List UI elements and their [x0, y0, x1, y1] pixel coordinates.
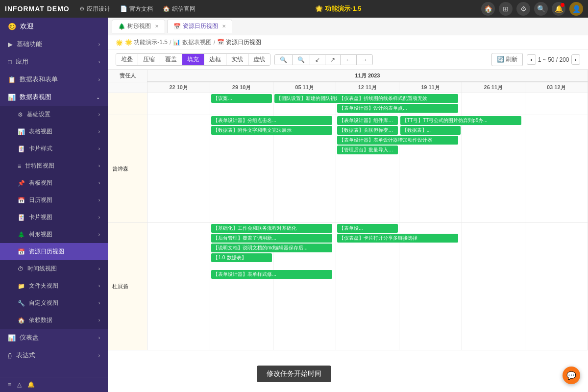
sidebar-item-kanban[interactable]: 📌 看板视图 ›: [0, 174, 108, 192]
sidebar-item-gantt[interactable]: ≡ 甘特图视图 ›: [0, 157, 108, 174]
col-date-5: 19 11月: [399, 82, 462, 93]
breadcrumb-home[interactable]: 🌟: [116, 39, 123, 46]
btn-stack[interactable]: 堆叠: [116, 54, 138, 65]
chevron-right-icon: ›: [98, 283, 100, 289]
btn-solid[interactable]: 实线: [226, 54, 248, 65]
btn-border[interactable]: 边框: [204, 54, 226, 65]
btn-cover[interactable]: 覆盖: [160, 54, 182, 65]
gantt-bar[interactable]: 【管理后台】批量导入新成品失败: [337, 146, 397, 154]
gantt-bar[interactable]: 【数据表】关联但你变数据库...: [337, 126, 397, 135]
gantt-bar[interactable]: 【数据表】...: [400, 126, 461, 135]
warning-icon[interactable]: △: [17, 381, 22, 388]
tab-resource-calendar[interactable]: 📅 资源日历视图 ✕: [167, 20, 232, 33]
cell-1-5[interactable]: [399, 93, 462, 115]
refresh-button[interactable]: 🔄 刷新: [491, 53, 523, 66]
card2-icon: 🃏: [18, 214, 25, 221]
notification-icon[interactable]: 🔔: [552, 2, 565, 16]
arrow-down-left[interactable]: ↙: [310, 55, 325, 65]
cell-3-6[interactable]: [462, 223, 525, 350]
col-date-4: 12 11月: [336, 82, 399, 93]
gantt-bar[interactable]: 【表单设计器】组件库所小提示...: [337, 116, 397, 125]
sidebar-item-card-view[interactable]: 🃏 卡片视图 ›: [0, 209, 108, 226]
btn-compress[interactable]: 压缩: [138, 54, 160, 65]
tab-close-resource[interactable]: ✕: [222, 24, 226, 29]
cell-2-2[interactable]: 【表单设计器】分组点击名... 【数据表】附件文字和电文完法展示: [210, 115, 273, 223]
cell-2-4[interactable]: 【表单设计器】组件库所小提示... 【数据表】关联但你变数据库... 【表单设计…: [336, 115, 399, 223]
zoom-in-btn[interactable]: 🔍: [275, 55, 293, 65]
cell-3-1[interactable]: [147, 223, 210, 350]
sidebar-item-timeline[interactable]: ⏱ 时间线视图 ›: [0, 260, 108, 277]
sidebar-item-tree-view[interactable]: 🌲 树形视图 ›: [0, 226, 108, 243]
gantt-bar[interactable]: 【议案...: [211, 94, 271, 103]
nav-official[interactable]: 🏠 织信官网: [163, 5, 196, 13]
zoom-out-btn[interactable]: 🔍: [293, 55, 310, 65]
col-date-2: 29 10月: [210, 82, 273, 93]
cell-1-3[interactable]: 【团队设置】新建的团队初始最上层部门没有默认id: [273, 93, 336, 115]
breadcrumb-item-1[interactable]: 🌟 功能演示-1.5: [125, 38, 168, 47]
cell-2-7[interactable]: [525, 115, 588, 223]
gantt-bar[interactable]: 【1.0-数据表】: [211, 253, 271, 262]
sidebar-item-calendar[interactable]: 📅 日历视图 ›: [0, 192, 108, 209]
arrow-left[interactable]: ←: [341, 55, 357, 65]
sidebar-item-deps[interactable]: 🏠 依赖数据 ›: [0, 312, 108, 329]
chevron-right-icon: ›: [98, 335, 100, 341]
grid-icon[interactable]: ⊞: [499, 2, 513, 16]
sidebar-item-card-style[interactable]: 🃏 卡片样式 ›: [0, 140, 108, 157]
float-button[interactable]: 💬: [563, 367, 580, 384]
arrow-right[interactable]: →: [357, 55, 372, 65]
sidebar-item-table-view[interactable]: 📊 表格视图 ›: [0, 123, 108, 140]
avatar[interactable]: 👤: [569, 2, 583, 16]
cell-2-1[interactable]: [147, 115, 210, 223]
sidebar-item-folder[interactable]: 📁 文件夹视图 ›: [0, 277, 108, 294]
sidebar-item-expression[interactable]: {} 表达式 ›: [0, 346, 108, 364]
chevron-right-icon: ›: [98, 215, 100, 220]
col-date-1: 22 10月: [147, 82, 210, 93]
sidebar-item-custom-view[interactable]: 🔧 自定义视图 ›: [0, 294, 108, 312]
sidebar-item-data-table-form[interactable]: 📋 数据表和表单 ›: [0, 71, 108, 88]
cell-1-1[interactable]: [147, 93, 210, 115]
timeline-icon: ⏱: [18, 266, 24, 272]
sidebar-item-app[interactable]: □ 应用 ›: [0, 53, 108, 71]
breadcrumb-item-2[interactable]: 📊 数据表视图: [173, 38, 211, 47]
sidebar-item-basic-settings[interactable]: ⚙ 基础设置 ›: [0, 106, 108, 123]
cell-3-3[interactable]: [273, 223, 336, 350]
calendar-container[interactable]: 责任人 11月 2023 22 10月 29 10月 05 11月 12 11月…: [108, 70, 588, 392]
page-prev[interactable]: ‹: [527, 54, 536, 65]
cell-1-7[interactable]: [525, 93, 588, 115]
sidebar-item-resource-calendar[interactable]: 📅 资源日历视图: [0, 243, 108, 260]
cell-3-2[interactable]: 【基础化】工作会和联务流程对基础化 【后台管理】覆盖了调用新... 【说明文档】…: [210, 223, 273, 350]
nav-app-design[interactable]: ⚙ 应用设计: [79, 5, 110, 13]
cell-2-5[interactable]: 【TT弓】TT弓公式的图片仿弃到p5办... 【数据表】...: [399, 115, 462, 223]
btn-dashed[interactable]: 虚线: [248, 54, 270, 65]
home-nav-icon[interactable]: 🏠: [481, 2, 495, 16]
bell-icon[interactable]: 🔔: [27, 381, 35, 388]
sidebar-item-welcome[interactable]: 😊 欢迎: [0, 18, 108, 35]
breadcrumb-sep-1: /: [170, 39, 171, 46]
app-logo: INFORMAT DEMO: [5, 5, 70, 13]
cell-1-4[interactable]: 【仪表盘】折线图的线条样式配置项无效 【表单设计器】设计的表单点...: [336, 93, 399, 115]
chevron-right-icon: ›: [98, 232, 100, 237]
sidebar-item-basic[interactable]: ▶ 基础功能 ›: [0, 35, 108, 53]
chevron-right-icon: ›: [98, 42, 100, 47]
breadcrumb-item-3: 📅 资源日历视图: [217, 38, 261, 47]
settings-icon[interactable]: ⚙: [516, 2, 530, 16]
btn-fill[interactable]: 填充: [182, 54, 204, 65]
arrow-up-right[interactable]: ↗: [325, 55, 341, 65]
cell-1-2[interactable]: 【议案...: [210, 93, 273, 115]
cell-2-6[interactable]: [462, 115, 525, 223]
chevron-right-icon: ›: [98, 77, 100, 82]
tab-tree-view[interactable]: 🌲 树形视图 ✕: [112, 20, 165, 33]
page-next[interactable]: ›: [571, 54, 580, 65]
menu-icon[interactable]: ≡: [8, 381, 11, 388]
sidebar-item-dashboard[interactable]: 📊 仪表盘 ›: [0, 329, 108, 346]
sidebar-item-data-view[interactable]: 📊 数据表视图 ⌄: [0, 88, 108, 106]
cell-3-5[interactable]: [399, 223, 462, 350]
gantt-bar[interactable]: 【表单设...: [337, 224, 397, 233]
search-icon[interactable]: 🔍: [534, 2, 548, 16]
nav-docs[interactable]: 📄 官方文档: [120, 5, 153, 13]
cell-3-4[interactable]: 【表单设... 【仪表盘】卡片打开分享多链接选择: [336, 223, 399, 350]
cell-1-6[interactable]: [462, 93, 525, 115]
tab-close-tree[interactable]: ✕: [155, 24, 159, 29]
cell-2-3[interactable]: [273, 115, 336, 223]
cell-3-7[interactable]: [525, 223, 588, 350]
